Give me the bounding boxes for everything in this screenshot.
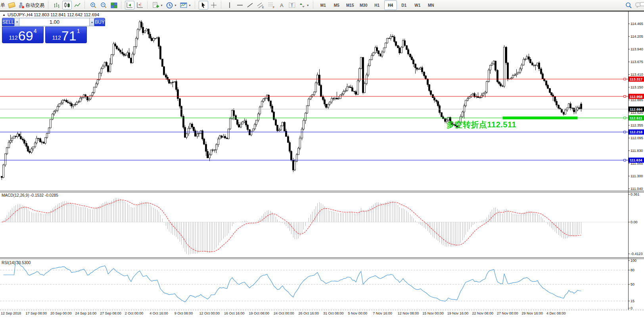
zoom-in-icon [90,2,97,9]
timeframe-M5[interactable]: M5 [330,0,343,10]
chart-shift-icon [136,2,144,8]
zoom-out-button[interactable] [99,1,108,10]
svg-text:113.317: 113.317 [630,77,642,81]
date-label: 17 Sep 08:00 [26,311,47,315]
timeframe-W1[interactable]: W1 [411,0,424,10]
zoom-in-button[interactable] [88,1,98,10]
toolbar-separator [121,2,123,9]
equidistant-channel-icon: E [257,2,264,9]
tile-windows-button[interactable] [109,1,119,10]
rsi-tick: 100 [631,259,636,263]
chart-annotation[interactable]: 多空转折点112.511 [447,119,516,130]
green-highlight-bar[interactable] [503,117,578,119]
new-order-icon [8,2,15,8]
chart-canvas[interactable]: 114.465114.205113.940113.675113.410113.1… [0,12,644,317]
svg-text:112.218: 112.218 [630,130,642,134]
sell-price-display[interactable]: 112 69 4 [2,27,44,43]
chevron-down-icon: ▼ [174,4,177,7]
timeframe-M15[interactable]: M15 [344,0,356,10]
date-label: 9 Oct 08:00 [174,311,193,315]
mt4-window: 单 自动交易 [0,0,644,326]
autotrading-button[interactable]: 自动交易 [17,1,46,10]
chart-title: ▲ USDJPY-,H4 112.803 112.841 112.642 112… [2,12,99,17]
crosshair-button[interactable] [209,1,218,10]
volume-input[interactable] [19,18,89,26]
cursor-icon [200,2,206,8]
hline-112.511[interactable] [0,117,628,119]
auto-scroll-icon [126,2,133,8]
timeframe-M1[interactable]: M1 [317,0,330,10]
volume-decrease-button[interactable]: ▼ [14,18,19,26]
trendline-button[interactable] [245,1,255,10]
price-tick: 113.410 [631,73,643,77]
chat-button[interactable] [634,1,644,10]
text-button[interactable]: A [277,1,287,10]
vertical-line-button[interactable] [225,1,234,10]
price-tag-113.317: 113.317 [629,77,644,82]
timeframe-MN[interactable]: MN [425,0,437,10]
equidistant-channel-button[interactable]: E [256,1,266,10]
date-label: 15 Nov 00:00 [422,311,444,315]
hline-113.317[interactable] [0,78,628,80]
svg-text:F: F [273,6,274,9]
candles[interactable] [1,20,582,180]
buy-price-big: 71 [61,30,77,42]
buy-price-display[interactable]: 112 71 1 [45,27,87,43]
new-chart-button[interactable]: ▼ [151,1,164,10]
toolbar-separator [195,2,197,9]
bar-chart-button[interactable] [52,1,61,10]
volume-increase-button[interactable]: ▲ [89,18,94,26]
date-label: 16 Oct 16:00 [224,311,245,315]
rsi-label: RSI(14) 33.5300 [2,261,31,265]
new-order-button[interactable] [7,1,16,10]
sell-price-big: 69 [18,30,33,42]
price-tick: 111.300 [631,174,643,178]
autotrading-icon [18,2,24,8]
text-icon: A [279,2,285,8]
toolbar-right-group [623,1,644,10]
horizontal-line-button[interactable] [235,1,245,10]
timeframe-D1[interactable]: D1 [398,0,410,10]
new-order-label[interactable]: 单 [0,2,5,9]
chart-title-text: USDJPY-,H4 112.803 112.841 112.642 112.6… [8,12,99,17]
auto-scroll-button[interactable] [125,1,134,10]
timeframe-H4[interactable]: H4 [384,0,397,10]
toolbar-separator [147,2,149,9]
toolbar-separator [313,2,315,9]
hline-111.634[interactable] [0,159,628,161]
line-chart-icon [74,2,81,8]
collapse-icon[interactable]: ▲ [2,13,6,17]
search-icon [625,2,632,9]
date-label: 29 Nov 16:00 [522,311,543,315]
rsi-tick: 50 [631,282,634,286]
buy-price-prefix: 112 [52,35,61,41]
buy-button[interactable]: BUY [94,18,105,26]
cursor-button[interactable] [199,1,208,10]
date-label: 26 Oct 16:00 [299,311,319,315]
rsi-tick: 15 [631,299,634,303]
candlestick-chart-button[interactable] [62,1,72,10]
templates-button[interactable]: ▼ [179,1,192,10]
chevron-down-icon: ▼ [160,4,163,7]
rsi-tick: 80 [631,268,634,272]
date-label: 19 Nov 16:00 [447,311,469,315]
text-label-button[interactable]: T [288,1,297,10]
templates-icon [180,2,187,8]
search-button[interactable] [624,1,633,10]
date-label: 27 Sep 08:00 [100,311,121,315]
price-tick: 114.465 [631,22,643,26]
chart-shift-button[interactable] [135,1,145,10]
hline-112.218[interactable] [0,131,628,133]
line-chart-button[interactable] [73,1,82,10]
sell-price-sup: 4 [34,28,37,34]
fibonacci-button[interactable]: F [266,1,276,10]
timeframe-H1[interactable]: H1 [371,0,383,10]
date-label: 24 Sep 16:00 [75,311,97,315]
timeframe-M30[interactable]: M30 [357,0,370,10]
profiles-button[interactable]: ▼ [165,1,178,10]
arrows-button[interactable]: ▼ [298,1,310,10]
date-label: 7 Nov 16:00 [373,311,392,315]
price-tag-112.511: 112.511 [629,115,644,121]
sell-button[interactable]: SELL [2,18,14,26]
svg-text:112.958: 112.958 [630,95,642,99]
